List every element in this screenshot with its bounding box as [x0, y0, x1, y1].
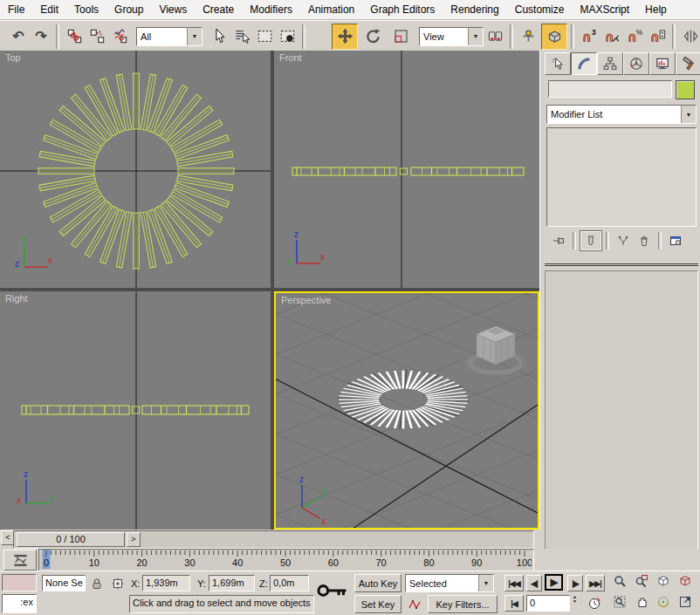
- redo-button[interactable]: ↷: [30, 25, 52, 48]
- shaded-box-object[interactable]: [466, 326, 525, 374]
- viewport-top[interactable]: Top y x z: [0, 51, 271, 288]
- select-and-manipulate-button[interactable]: [517, 25, 539, 48]
- previous-frame-button[interactable]: ◀|: [526, 575, 542, 591]
- selection-lock-toggle[interactable]: [89, 575, 105, 591]
- default-in-out-tangents-button[interactable]: [405, 595, 424, 613]
- zoom-all-button[interactable]: [635, 574, 653, 592]
- open-mini-curve-editor-button[interactable]: [3, 550, 37, 571]
- track-bar-ruler[interactable]: 0102030405060708090100: [38, 549, 534, 571]
- undo-button[interactable]: ↶: [7, 25, 30, 48]
- menu-item-tools[interactable]: Tools: [66, 1, 106, 18]
- arc-rotate-button[interactable]: [656, 595, 675, 613]
- rectangular-selection-region-button[interactable]: [253, 25, 276, 48]
- menu-item-views[interactable]: Views: [151, 1, 195, 18]
- viewport-label-perspective[interactable]: Perspective: [281, 295, 331, 305]
- use-pivot-point-center-button[interactable]: [484, 25, 506, 48]
- tab-modify[interactable]: [571, 52, 597, 75]
- zoom-extents-button[interactable]: [656, 574, 675, 592]
- auto-key-button[interactable]: Auto Key: [354, 574, 401, 592]
- menu-item-maxscript[interactable]: MAXScript: [572, 1, 637, 18]
- viewport-label-right[interactable]: Right: [5, 293, 28, 304]
- absolute-mode-transform-toggle[interactable]: [110, 575, 126, 591]
- top-view-canvas: y x z: [0, 51, 271, 288]
- region-zoom-button[interactable]: [613, 595, 631, 613]
- menu-item-animation[interactable]: Animation: [300, 1, 362, 18]
- object-name-field[interactable]: [548, 80, 672, 98]
- menu-item-group[interactable]: Group: [106, 1, 151, 18]
- viewport-label-top[interactable]: Top: [5, 52, 21, 63]
- tab-hierarchy[interactable]: [597, 52, 623, 75]
- select-by-name-button[interactable]: [230, 25, 253, 48]
- menu-item-file[interactable]: File: [0, 1, 32, 18]
- chevron-down-icon[interactable]: ▼: [187, 28, 202, 45]
- next-frame-button[interactable]: |▶: [567, 575, 583, 591]
- key-filters-button[interactable]: Key Filters...: [428, 595, 498, 613]
- pan-view-button[interactable]: [635, 595, 653, 613]
- frame-spinner[interactable]: ▲ ▼: [573, 595, 582, 613]
- maxscript-mini-listener[interactable]: :ex: [2, 594, 37, 613]
- spinner-snap-toggle-button[interactable]: [646, 25, 669, 48]
- menu-item-help[interactable]: Help: [637, 1, 675, 18]
- time-slider-track[interactable]: 0 / 100 >: [13, 530, 534, 549]
- menu-item-modifiers[interactable]: Modifiers: [242, 1, 300, 18]
- select-and-move-button[interactable]: [332, 24, 358, 50]
- select-and-rotate-button[interactable]: [361, 25, 384, 48]
- modifier-list-dropdown[interactable]: Modifier List ▼: [546, 105, 697, 124]
- window-crossing-toggle[interactable]: [276, 25, 299, 48]
- menu-item-edit[interactable]: Edit: [32, 1, 66, 18]
- make-unique-button[interactable]: [613, 231, 634, 250]
- time-slider-handle[interactable]: 0 / 100: [17, 532, 125, 547]
- current-frame-field[interactable]: 0: [526, 595, 570, 612]
- chevron-down-icon[interactable]: ▼: [478, 575, 493, 591]
- viewport-perspective-active[interactable]: Perspective: [274, 291, 539, 530]
- tab-motion[interactable]: [623, 52, 649, 75]
- object-color-swatch[interactable]: [676, 80, 695, 99]
- viewport-right[interactable]: Right z y x: [0, 291, 271, 530]
- z-coordinate-field[interactable]: 0,0m: [270, 575, 309, 591]
- time-configuration-button[interactable]: [586, 595, 603, 612]
- reference-coordinate-system-dropdown[interactable]: View ▼: [419, 27, 484, 46]
- bind-to-space-warp-button[interactable]: [108, 25, 131, 48]
- key-mode-dropdown[interactable]: Selected ▼: [405, 574, 494, 592]
- menu-item-create[interactable]: Create: [195, 1, 242, 18]
- chevron-down-icon[interactable]: ▼: [681, 106, 696, 123]
- y-coordinate-field[interactable]: 1,699m: [209, 575, 255, 591]
- maxscript-mini-listener-pink[interactable]: [2, 574, 37, 591]
- set-key-button[interactable]: Set Key: [354, 595, 401, 613]
- menu-item-rendering[interactable]: Rendering: [443, 1, 506, 18]
- select-object-button[interactable]: [208, 25, 230, 48]
- viewport-front[interactable]: Front z x y: [274, 51, 539, 288]
- menu-item-graph-editors[interactable]: Graph Editors: [362, 1, 443, 18]
- play-animation-button[interactable]: ▶: [545, 574, 563, 591]
- chevron-down-icon[interactable]: ▼: [468, 28, 483, 45]
- snap-toggle-3d-button[interactable]: 3: [578, 25, 600, 48]
- x-coordinate-field[interactable]: 1,939m: [142, 575, 190, 591]
- viewport-label-front[interactable]: Front: [279, 52, 302, 63]
- angle-snap-toggle-button[interactable]: [600, 25, 623, 48]
- key-mode-toggle-button[interactable]: |◀: [504, 595, 524, 612]
- percent-snap-toggle-button[interactable]: %: [623, 25, 646, 48]
- tab-display[interactable]: [649, 52, 676, 75]
- spinner-down-icon[interactable]: ▼: [573, 599, 582, 604]
- zoom-extents-all-button[interactable]: [678, 574, 697, 592]
- zoom-button[interactable]: [613, 574, 631, 592]
- go-to-end-button[interactable]: ▶▶|: [586, 575, 605, 591]
- next-frame-arrow-button[interactable]: >: [127, 532, 141, 547]
- remove-modifier-button[interactable]: [634, 231, 655, 250]
- pin-stack-button[interactable]: [548, 231, 569, 250]
- tab-create[interactable]: [545, 52, 571, 75]
- set-keys-key-button[interactable]: [316, 578, 349, 610]
- unlink-selection-button[interactable]: [86, 25, 108, 48]
- selection-filter-dropdown[interactable]: All ▼: [136, 27, 202, 46]
- select-and-scale-button[interactable]: [389, 25, 412, 48]
- tab-utilities[interactable]: [676, 52, 700, 75]
- modifier-stack-list[interactable]: [546, 127, 697, 227]
- menu-item-customize[interactable]: Customize: [507, 1, 573, 18]
- go-to-start-button[interactable]: |◀◀: [504, 575, 524, 591]
- snaps-toggle-button[interactable]: [541, 24, 567, 50]
- show-end-result-button[interactable]: [580, 230, 602, 251]
- select-and-link-button[interactable]: [63, 25, 86, 48]
- mirror-button[interactable]: [679, 25, 700, 48]
- min-max-toggle-button[interactable]: [678, 595, 697, 613]
- configure-modifier-sets-button[interactable]: [665, 231, 686, 250]
